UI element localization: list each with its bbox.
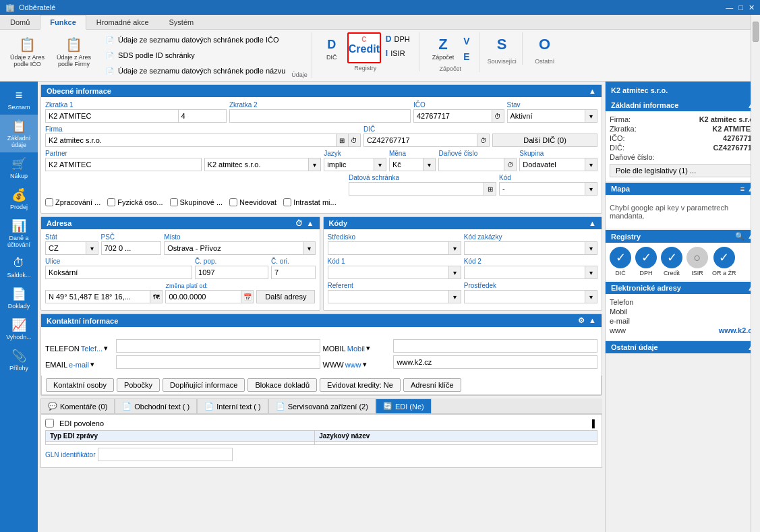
gps-map-icon[interactable]: 🗺 [150, 290, 163, 303]
zkratka1-num-input[interactable] [179, 109, 227, 123]
tab-interni-text[interactable]: 📄 Interní text ( ) [197, 398, 268, 413]
cori-input[interactable] [271, 266, 315, 279]
email-dropdown-icon[interactable]: ▾ [90, 360, 94, 369]
dic-input[interactable] [363, 134, 477, 147]
tab-domu[interactable]: Domů [0, 15, 40, 29]
sidebar-item-doklady[interactable]: 📄 Doklady [0, 283, 38, 314]
tab-edi[interactable]: 🔄 EDI (Ne) [376, 398, 432, 413]
zkratka2-input[interactable] [229, 109, 411, 123]
sds-id-btn[interactable]: 📄 SDS podle ID schránky [101, 48, 289, 63]
datova-schranka-icon[interactable]: ⊞ [484, 182, 496, 196]
checkbox-fyzicka-input[interactable] [107, 198, 115, 206]
ulice-input[interactable] [45, 266, 192, 279]
zapocet-main-btn[interactable]: Z Zápočet [428, 32, 459, 63]
sidebar-item-seznam[interactable]: ≡ Seznam [0, 84, 38, 115]
mobil-dropdown-icon[interactable]: ▾ [366, 344, 370, 353]
kod1-input[interactable] [328, 266, 449, 279]
telefon-input[interactable] [116, 339, 320, 353]
zkratka1-input[interactable] [45, 109, 179, 123]
rp-registry-search-icon[interactable]: 🔍 [735, 232, 744, 241]
obecne-collapse-icon[interactable]: ▲ [589, 87, 596, 95]
prostredek-dropdown-icon[interactable]: ▾ [585, 290, 597, 303]
kontaktni-osoby-btn[interactable]: Kontaktní osoby [46, 378, 114, 392]
partner-val2-input[interactable] [204, 158, 310, 171]
dalsi-adresy-btn[interactable]: Další adresy [256, 290, 315, 303]
ostatni-btn[interactable]: O [531, 32, 559, 57]
minimize-btn[interactable]: — [726, 3, 733, 12]
sidebar-item-zakladni[interactable]: 📋 Základníúdaje [0, 115, 38, 152]
danove-cislo-input[interactable] [438, 158, 504, 171]
misto-input[interactable] [164, 241, 303, 255]
dph-btn[interactable]: D DPH [382, 32, 413, 46]
sds-nazev-btn[interactable]: 📄 Údaje ze seznamu datových schránek pod… [101, 63, 289, 78]
checkbox-skupinove-input[interactable] [170, 198, 178, 206]
adresa-collapse-icon[interactable]: ▲ [307, 219, 314, 227]
firma-icon2[interactable]: ⏱ [349, 134, 361, 147]
dic-btn[interactable]: D DIČ [318, 32, 346, 63]
dalsi-dic-btn[interactable]: Další DIČ (0) [492, 134, 597, 147]
mena-dropdown-icon[interactable]: ▾ [423, 158, 436, 171]
stat-dropdown-icon[interactable]: ▾ [86, 241, 98, 255]
stredisko-input[interactable] [328, 241, 449, 255]
misto-dropdown-icon[interactable]: ▾ [303, 241, 316, 255]
maximize-btn[interactable]: □ [738, 3, 743, 12]
checkbox-intrastat-input[interactable] [283, 198, 291, 206]
mobil-input[interactable] [393, 339, 597, 353]
datova-schranka-input[interactable] [349, 182, 484, 196]
sidebar-item-dane[interactable]: 📊 Daně aúčtování [0, 214, 38, 252]
cpop-input[interactable] [195, 266, 268, 279]
v-btn[interactable]: V [460, 34, 473, 49]
sidebar-item-nakup[interactable]: 🛒 Nákup [0, 152, 38, 183]
titlebar-controls[interactable]: — □ ✕ [726, 3, 755, 12]
credit-btn[interactable]: C Credit [347, 32, 381, 63]
kod-input[interactable] [499, 182, 585, 196]
telefon-dropdown-icon[interactable]: ▾ [104, 344, 108, 353]
rp-registry-header[interactable]: Registry 🔍 ▲ [606, 230, 760, 243]
jazyk-dropdown-icon[interactable]: ▾ [374, 158, 386, 171]
kod2-dropdown-icon[interactable]: ▾ [585, 266, 597, 279]
sds-ico-btn[interactable]: 📄 Údaje ze seznamu datových schránek pod… [101, 32, 289, 47]
souvisejici-btn[interactable]: S [488, 32, 516, 57]
evidovat-kredity-btn[interactable]: Evidovat kredity: Ne [320, 378, 401, 392]
tab-hromadne[interactable]: Hromadné akce [86, 15, 159, 29]
kod2-input[interactable] [464, 266, 585, 279]
referent-dropdown-icon[interactable]: ▾ [449, 290, 461, 303]
partner-dropdown-icon[interactable]: ▾ [309, 158, 321, 171]
edi-povoleno-checkbox[interactable] [45, 419, 54, 427]
rp-ostatni-header[interactable]: Ostatní údaje ▲ [606, 341, 760, 353]
skupina-input[interactable] [519, 158, 585, 171]
adresa-header[interactable]: Adresa ⏱ ▲ [41, 217, 320, 229]
adresni-klice-btn[interactable]: Adresní klíče [403, 378, 461, 392]
rp-zakladni-header[interactable]: Základní informace ▲ [606, 99, 760, 111]
firma-input[interactable] [45, 134, 337, 147]
sidebar-item-vyhodn[interactable]: 📈 Vyhodn... [0, 314, 38, 345]
e-btn[interactable]: E [460, 49, 473, 64]
pole-legislativy-btn[interactable]: Pole dle legislativy (1) ... [610, 164, 756, 177]
psc-input[interactable] [101, 241, 162, 255]
zmena-input[interactable] [165, 290, 241, 303]
skupina-dropdown-icon[interactable]: ▾ [585, 158, 597, 171]
firma-icon1[interactable]: ⊞ [337, 134, 349, 147]
ico-clock-icon[interactable]: ⏱ [492, 109, 504, 123]
isir-btn[interactable]: I ISIR [382, 47, 413, 60]
adresa-clock-icon[interactable]: ⏱ [295, 219, 303, 227]
doplnujici-btn[interactable]: Doplňující informace [163, 378, 245, 392]
sidebar-item-prodej[interactable]: 💰 Prodej [0, 183, 38, 214]
tab-system[interactable]: Systém [159, 15, 204, 29]
rp-elektronicke-header[interactable]: Elektronické adresy ▲ [606, 282, 760, 294]
kod-zakazky-dropdown-icon[interactable]: ▾ [585, 241, 597, 255]
rp-mapa-header[interactable]: Mapa ≡ ▲ [606, 183, 760, 195]
zmena-calendar-icon[interactable]: 📅 [241, 290, 254, 303]
sidebar-item-prilohy[interactable]: 📎 Přílohy [0, 345, 38, 376]
email-input[interactable] [116, 355, 320, 369]
pobocky-btn[interactable]: Pobočky [117, 378, 160, 392]
stredisko-dropdown-icon[interactable]: ▾ [449, 241, 461, 255]
www-input[interactable] [393, 355, 597, 369]
tab-funkce[interactable]: Funkce [40, 15, 86, 30]
tab-obchodni-text[interactable]: 📄 Obchodní text ( ) [115, 398, 197, 413]
tab-komentare[interactable]: 💬 Komentáře (0) [40, 398, 115, 413]
stat-input[interactable] [45, 241, 86, 255]
checkbox-zpracovani-input[interactable] [45, 198, 53, 206]
kontaktni-header[interactable]: Kontaktní informace ⚙ ▲ [41, 314, 602, 327]
stav-input[interactable] [507, 109, 586, 123]
